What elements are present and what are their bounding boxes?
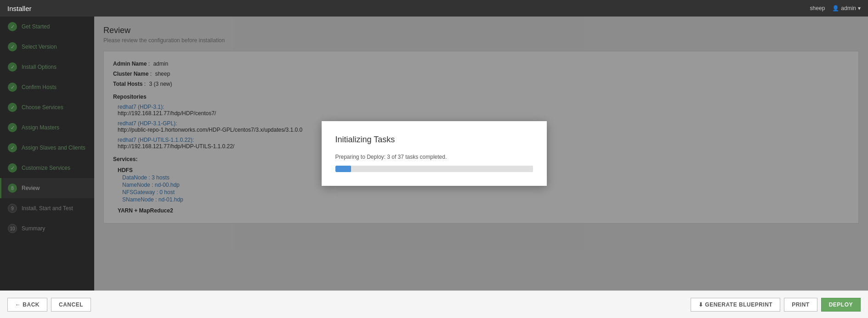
modal-dialog: Initializing Tasks Preparing to Deploy: … xyxy=(322,121,547,186)
generate-blueprint-button[interactable]: ⬇ GENERATE BLUEPRINT xyxy=(691,298,780,312)
cancel-button[interactable]: CANCEL xyxy=(51,298,91,312)
bottom-right-actions: ⬇ GENERATE BLUEPRINT PRINT DEPLOY xyxy=(691,298,861,312)
print-button[interactable]: PRINT xyxy=(784,298,817,312)
deploy-button[interactable]: DEPLOY xyxy=(821,298,861,312)
progress-bar-background xyxy=(335,166,533,172)
progress-bar-fill xyxy=(335,166,351,172)
bottom-left-actions: ← BACK CANCEL xyxy=(7,298,91,312)
cluster-name: sheep xyxy=(810,5,825,11)
bottom-bar: ← BACK CANCEL ⬇ GENERATE BLUEPRINT PRINT… xyxy=(0,290,868,318)
chevron-down-icon: ▾ xyxy=(858,5,861,11)
back-button[interactable]: ← BACK xyxy=(7,298,47,312)
app-title: Installer xyxy=(7,5,32,12)
modal-overlay: Initializing Tasks Preparing to Deploy: … xyxy=(0,17,868,290)
topbar: Installer sheep 👤 admin ▾ xyxy=(0,0,868,17)
modal-title: Initializing Tasks xyxy=(335,135,533,145)
user-menu[interactable]: 👤 admin ▾ xyxy=(832,5,861,11)
topbar-right: sheep 👤 admin ▾ xyxy=(810,5,861,11)
modal-status: Preparing to Deploy: 3 of 37 tasks compl… xyxy=(335,154,533,160)
user-icon: 👤 xyxy=(832,5,839,11)
